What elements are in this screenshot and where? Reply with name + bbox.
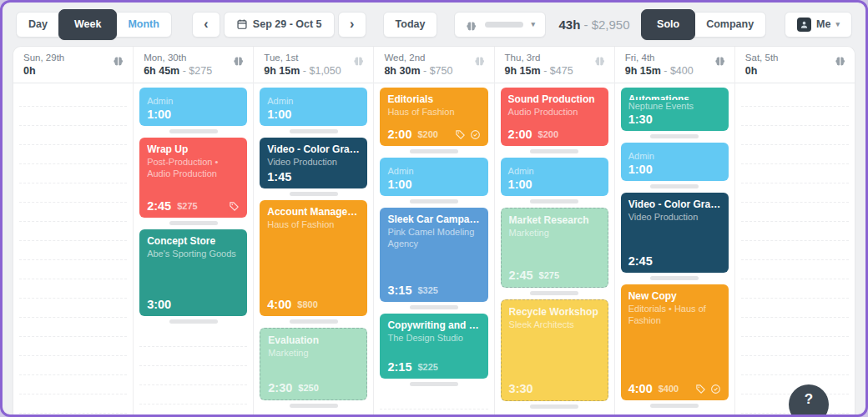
- event-card[interactable]: Recycle Workshop Sleek Architects 3:30: [501, 299, 608, 401]
- timer-dropdown[interactable]: ▾: [454, 12, 546, 38]
- user-menu-button[interactable]: Me ▾: [785, 12, 852, 38]
- event-resize-handle[interactable]: [290, 319, 338, 324]
- event-footer: 2:45 $275: [147, 199, 240, 213]
- day-header[interactable]: Fri, 4th 9h 15m - $400: [615, 47, 734, 83]
- day-totals: 6h 45m - $275: [144, 65, 212, 77]
- day-header[interactable]: Wed, 2nd 8h 30m - $750: [374, 47, 493, 83]
- today-button[interactable]: Today: [383, 12, 438, 38]
- event-duration: 2:15: [387, 360, 411, 374]
- day-body[interactable]: Automations Neptune Events 1:30 Lunch Ad…: [615, 83, 734, 414]
- event-card[interactable]: Lunch Admin 1:00: [621, 143, 729, 181]
- memory-icon[interactable]: [352, 56, 365, 67]
- memory-icon[interactable]: [232, 56, 245, 67]
- event-footer: 2:30 $250: [268, 381, 359, 394]
- event-resize-handle[interactable]: [410, 382, 458, 386]
- day-body[interactable]: Lunch Admin 1:00 Video - Color Grading V…: [254, 83, 373, 414]
- event-card[interactable]: Evaluation Marketing 2:30 $250: [260, 328, 367, 400]
- tab-solo[interactable]: Solo: [641, 9, 695, 40]
- tab-day[interactable]: Day: [16, 12, 60, 38]
- week-total-hours: 43h: [558, 18, 580, 32]
- event-card[interactable]: Market Research Marketing 2:45 $275: [501, 208, 608, 288]
- event-title: Wrap Up: [147, 143, 240, 156]
- event-card[interactable]: Lunch Admin 1:00: [139, 88, 247, 126]
- event-card[interactable]: Sound Production Audio Production 2:00 $…: [501, 88, 608, 146]
- day-totals: 9h 15m - $1,050: [264, 65, 341, 77]
- memory-icon[interactable]: [834, 56, 846, 67]
- event-card[interactable]: Lunch Admin 1:00: [380, 158, 487, 196]
- check-circle-icon: [710, 384, 721, 394]
- event-resize-handle[interactable]: [410, 199, 458, 203]
- event-card[interactable]: Video - Color Grading Video Production 1…: [260, 138, 367, 188]
- event-resize-handle[interactable]: [169, 129, 218, 133]
- memory-icon: [465, 21, 477, 32]
- event-footer: 2:15 $225: [387, 360, 480, 374]
- event-resize-handle[interactable]: [530, 291, 578, 295]
- day-header-text: Tue, 1st 9h 15m - $1,050: [264, 53, 341, 77]
- day-body[interactable]: Editorials Haus of Fashion 2:00 $200 Lun…: [374, 83, 493, 414]
- day-body[interactable]: Lunch Admin 1:00 Wrap Up Post-Production…: [134, 83, 253, 414]
- memory-icon[interactable]: [473, 56, 486, 67]
- event-resize-handle[interactable]: [169, 319, 218, 324]
- prev-week-button[interactable]: ‹: [192, 12, 220, 38]
- event-duration: 2:00: [387, 128, 411, 141]
- event-duration: 1:00: [508, 178, 532, 191]
- day-header[interactable]: Sun, 29th 0h: [13, 47, 133, 83]
- event-card[interactable]: Copywriting and Editing The Design Studi…: [380, 314, 487, 379]
- empty-slot-line: [19, 145, 127, 164]
- tag-icon: [229, 201, 240, 212]
- event-duration: 1:30: [628, 113, 653, 126]
- day-body[interactable]: [13, 83, 133, 414]
- event-resize-handle[interactable]: [650, 404, 699, 408]
- day-header[interactable]: Thu, 3rd 9h 15m - $475: [495, 47, 614, 83]
- event-resize-handle[interactable]: [290, 404, 338, 408]
- day-totals: 9h 15m - $400: [625, 65, 694, 77]
- event-duration: 1:00: [267, 108, 291, 121]
- day-header[interactable]: Sat, 5th 0h: [735, 47, 855, 83]
- event-resize-handle[interactable]: [410, 305, 458, 309]
- event-resize-handle[interactable]: [290, 192, 338, 196]
- event-card[interactable]: Video - Color Grading Video Production 2…: [621, 193, 729, 273]
- empty-slot-line: [19, 88, 127, 107]
- event-duration: 2:30: [268, 381, 292, 394]
- event-resize-handle[interactable]: [650, 276, 699, 280]
- event-card[interactable]: Concept Store Abe's Sporting Goods 3:00: [139, 229, 247, 316]
- event-card[interactable]: Wrap Up Post-Production • Audio Producti…: [139, 138, 247, 218]
- event-resize-handle[interactable]: [410, 149, 458, 153]
- event-resize-handle[interactable]: [530, 149, 578, 153]
- next-week-button[interactable]: ›: [338, 12, 366, 38]
- memory-icon[interactable]: [714, 56, 726, 67]
- empty-slot-line: [741, 260, 849, 279]
- event-resize-handle[interactable]: [290, 129, 338, 133]
- event-card[interactable]: Editorials Haus of Fashion 2:00 $200: [380, 88, 487, 146]
- day-body[interactable]: [735, 83, 855, 414]
- date-range-button[interactable]: Sep 29 - Oct 5: [224, 12, 335, 38]
- event-resize-handle[interactable]: [650, 134, 699, 138]
- calendar-grid: Sun, 29th 0h Mon, 30th 6h 45m - $275: [13, 46, 855, 414]
- event-card[interactable]: Account Management Haus of Fashion 4:00 …: [260, 200, 367, 316]
- day-hours: 0h: [23, 65, 36, 77]
- memory-icon[interactable]: [112, 56, 124, 67]
- tab-company[interactable]: Company: [694, 12, 766, 38]
- event-card[interactable]: Lunch Admin 1:00: [260, 88, 367, 126]
- tab-week[interactable]: Week: [58, 9, 117, 40]
- event-card[interactable]: New Copy Editorials • Haus of Fashion 4:…: [621, 284, 729, 400]
- event-resize-handle[interactable]: [530, 199, 578, 203]
- day-body[interactable]: Sound Production Audio Production 2:00 $…: [495, 83, 614, 414]
- day-header[interactable]: Mon, 30th 6h 45m - $275: [134, 47, 253, 83]
- tab-month[interactable]: Month: [115, 12, 171, 38]
- event-card[interactable]: Lunch Admin 1:00: [501, 158, 608, 196]
- memory-icon[interactable]: [593, 56, 606, 67]
- view-switcher: Day Week Month: [16, 9, 172, 40]
- event-resize-handle[interactable]: [650, 184, 699, 188]
- event-card[interactable]: Automations Neptune Events 1:30: [621, 88, 729, 131]
- app-window: Day Week Month ‹ Sep 29 - Oct 5 › T: [0, 0, 868, 417]
- chevron-down-icon: ▾: [531, 20, 535, 28]
- event-footer: 4:00 $800: [267, 298, 360, 311]
- event-card[interactable]: Sleek Car Campaign Pink Camel Modeling A…: [380, 208, 487, 302]
- empty-slot-line: [741, 337, 849, 356]
- day-header[interactable]: Tue, 1st 9h 15m - $1,050: [254, 47, 373, 83]
- day-header-text: Fri, 4th 9h 15m - $400: [625, 53, 694, 77]
- event-resize-handle[interactable]: [530, 404, 578, 409]
- event-title: Video - Color Grading: [267, 143, 360, 156]
- event-resize-handle[interactable]: [169, 221, 218, 225]
